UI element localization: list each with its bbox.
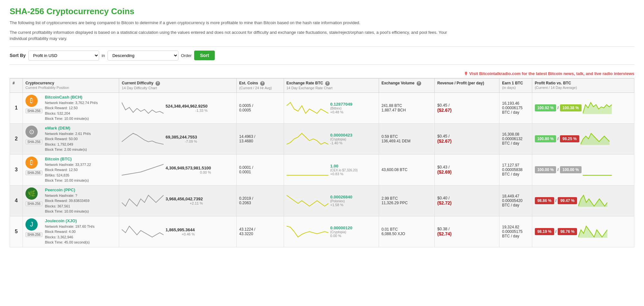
profit-ratio-cell: 98.86 % / 99.47 % — [532, 185, 634, 216]
exchange-source: (CEX.io $7,326.20) — [330, 168, 358, 172]
earn-btc-cell: 16,308.08 0.00006132 BTC / day — [499, 123, 532, 154]
diff-chart — [122, 164, 164, 176]
difficulty-cell: 4,306,949,573,981.5100 0.00 % — [119, 154, 236, 185]
profit-badges: 100.80 % / 98.25 % — [535, 135, 579, 142]
th-profit-ratio: Profit Ratio vs. BTC (Current / 14 Day A… — [532, 78, 634, 92]
exchange-rate-value: 0.12877049 — [330, 102, 353, 107]
est-coins-cell: 0.2019 /0.2063 — [236, 185, 284, 216]
badge2: 98.25 % — [560, 135, 579, 142]
coin-name[interactable]: Joulecoin (XJO) — [45, 218, 95, 223]
earn-btc-day: 0.00005175 — [502, 229, 529, 234]
sha-badge: SHA-256 — [25, 139, 43, 144]
volume1: 0.01 BTC — [382, 227, 432, 232]
exchange-rate-value: 0.00000120 — [330, 225, 353, 230]
revenue-profit-cell: $0.40 / ($2.72) — [435, 185, 499, 216]
exchange-source: (Poloniex) — [330, 199, 353, 203]
help-icon-exchange-rate[interactable]: ? — [325, 81, 330, 86]
difficulty-change: +2.11 % — [166, 201, 203, 205]
exchange-change: -1.40 % — [330, 141, 353, 145]
coin-detail: Network Hashrate: 197.60 TH/sBlock Rewar… — [45, 224, 95, 245]
coin-cell: 🌿 SHA-256 Peercoin (PPC) Network Hashrat… — [23, 185, 119, 216]
difficulty-cell: 3,968,456,042.7392 +2.11 % — [119, 185, 236, 216]
profit-chart — [581, 133, 610, 145]
sha-badge: SHA-256 — [25, 232, 43, 237]
coin-cell: ₿ SHA-256 BitcoinCash (BCH) Network Hash… — [23, 92, 119, 123]
table-row: 1 ₿ SHA-256 BitcoinCash (BCH) Network Ha… — [10, 92, 634, 123]
help-icon-exchange-volume[interactable]: ? — [417, 81, 421, 86]
coin-name[interactable]: BitcoinCash (BCH) — [45, 95, 98, 100]
exchange-rate-value: 0.00026840 — [330, 195, 353, 199]
volume2: 11,326.29 PPC — [382, 201, 432, 205]
table-row: 5 J SHA-256 Joulecoin (XJO) Network Hash… — [10, 216, 634, 247]
coin-logo: ₿ — [25, 157, 38, 169]
revenue-profit-cell: $0.45 / ($2.67) — [435, 123, 499, 154]
difficulty-change: +0.46 % — [166, 232, 194, 236]
sort-by-label: Sort By — [10, 53, 26, 58]
th-earn-btc: Earn 1 BTC (in days) — [499, 78, 532, 92]
coin-logo: ₿ — [25, 95, 38, 107]
table-header-row: # Cryptocurrency Current Profitability P… — [10, 78, 634, 92]
profit-value: ($2.69) — [437, 169, 497, 175]
rank-cell: 1 — [10, 92, 23, 123]
radio-notice[interactable]: 🎙 Visit Bitcointalkradio.com for the lat… — [10, 69, 634, 78]
earn-unit: BTC / day — [502, 172, 529, 177]
profit-value: ($2.72) — [437, 200, 497, 206]
earn-btc-cell: 17,127.97 0.00005838 BTC / day — [499, 154, 532, 185]
coin-name[interactable]: eMark (DEM) — [45, 126, 91, 130]
exchange-volume-cell: 0.59 BTC 136,469.41 DEM — [379, 123, 434, 154]
profit-badges: 98.19 % / 98.76 % — [535, 228, 577, 235]
coins-table: # Cryptocurrency Current Profitability P… — [10, 78, 634, 247]
badge-separator: / — [557, 106, 558, 110]
earn-days: 17,127.97 — [502, 163, 529, 167]
help-icon-difficulty[interactable]: ? — [156, 81, 160, 86]
exchange-rate-cell: 0.00000120 (Cryptopia) 0.00 % — [284, 216, 379, 247]
profit-ratio-cell: 100.00 % / 100.00 % — [532, 154, 634, 185]
help-icon-est-coins[interactable]: ? — [260, 81, 265, 86]
exchange-rate-value: 0.00000423 — [330, 133, 353, 138]
coin-name[interactable]: Peercoin (PPC) — [45, 187, 90, 192]
coin-cell: J SHA-256 Joulecoin (XJO) Network Hashra… — [23, 216, 119, 247]
th-revenue-profit: Revenue / Profit (per day) — [435, 78, 499, 92]
badge-separator: / — [557, 167, 558, 172]
rank-cell: 5 — [10, 216, 23, 247]
difficulty-value: 4,306,949,573,981.5100 — [166, 166, 211, 170]
volume2: 136,469.41 DEM — [382, 139, 432, 143]
profit-value: ($2.67) — [437, 108, 497, 113]
exchange-volume-cell: 0.01 BTC 6,088.50 XJO — [379, 216, 434, 247]
th-rank: # — [10, 78, 23, 92]
exchange-change: +1.58 % — [330, 203, 353, 207]
order-select[interactable]: Descending Ascending — [108, 51, 178, 61]
sha-badge: SHA-256 — [25, 109, 43, 113]
sort-bar: Sort By Profit in USD Revenue in USD Exc… — [10, 46, 634, 65]
difficulty-value: 1,865,995.3644 — [166, 227, 194, 232]
th-exchange-rate: Exchange Rate BTC ? 14 Day Exchange Rate… — [284, 78, 379, 92]
badge-separator: / — [555, 229, 556, 234]
sort-button[interactable]: Sort — [194, 51, 215, 60]
coin-logo: 🌿 — [25, 187, 38, 200]
profit-badges: 100.00 % / 100.00 % — [535, 166, 582, 173]
earn-unit: BTC / day — [502, 203, 529, 207]
table-row: 4 🌿 SHA-256 Peercoin (PPC) Network Hashr… — [10, 185, 634, 216]
revenue-profit-cell: $0.43 / ($2.69) — [435, 154, 499, 185]
badge1: 100.92 % — [535, 104, 556, 111]
badge2: 100.00 % — [560, 166, 582, 173]
sort-by-select[interactable]: Profit in USD Revenue in USD Exchange Ra… — [28, 51, 99, 61]
table-row: 3 ₿ SHA-256 Bitcoin (BTC) Network Hashra… — [10, 154, 634, 185]
svg-marker-1 — [581, 133, 610, 145]
earn-days: 19,324.82 — [502, 225, 529, 229]
revenue-value: $0.43 / — [437, 165, 497, 169]
coin-detail: Network Hashrate: ?Block Reward: 39.8383… — [45, 193, 90, 214]
radio-notice-text: 🎙 Visit Bitcointalkradio.com for the lat… — [464, 71, 634, 76]
coin-name[interactable]: Bitcoin (BTC) — [45, 157, 91, 161]
exchange-chart — [287, 133, 328, 145]
profit-value: ($2.67) — [437, 139, 497, 144]
exchange-volume-cell: 43,600.08 BTC — [379, 154, 434, 185]
rank-cell: 4 — [10, 185, 23, 216]
badge2: 100.38 % — [560, 104, 582, 111]
exchange-source: (Cryptopia) — [330, 230, 353, 234]
exchange-rate-value: 1.00 — [330, 164, 358, 168]
th-exchange-volume: Exchange Volume ? — [379, 78, 434, 92]
volume1: 2.99 BTC — [382, 196, 432, 201]
exchange-chart — [287, 195, 328, 207]
volume2: 6,088.50 XJO — [382, 232, 432, 236]
